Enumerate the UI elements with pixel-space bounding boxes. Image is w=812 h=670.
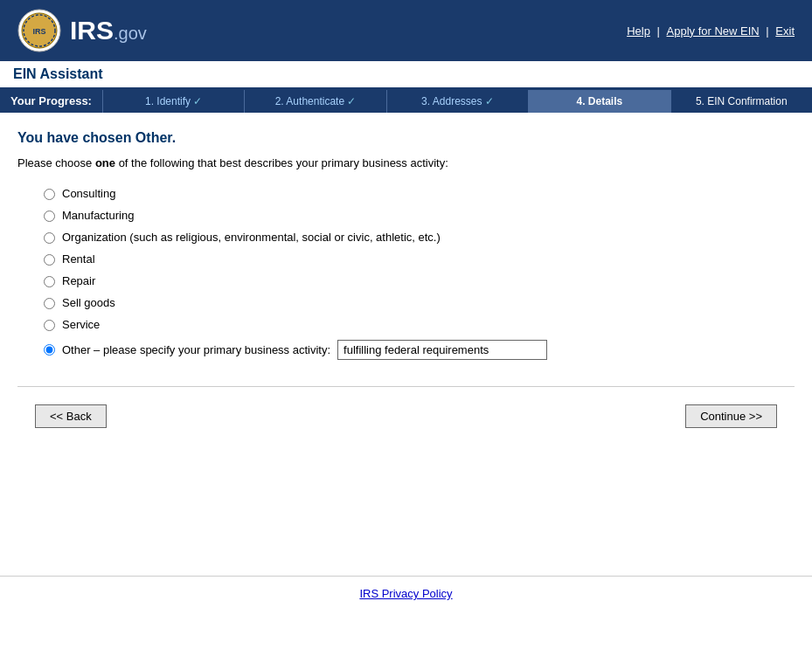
progress-step-details[interactable]: 4. Details bbox=[528, 90, 670, 113]
radio-service[interactable] bbox=[44, 320, 55, 331]
radio-group: Consulting Manufacturing Organization (s… bbox=[44, 187, 795, 360]
progress-step-addresses[interactable]: 3. Addresses ✓ bbox=[386, 90, 528, 113]
separator-1: | bbox=[657, 24, 663, 38]
radio-item-rental: Rental bbox=[44, 252, 795, 266]
label-service[interactable]: Service bbox=[62, 318, 100, 331]
continue-button[interactable]: Continue >> bbox=[685, 404, 777, 428]
radio-sell-goods[interactable] bbox=[44, 298, 55, 309]
radio-organization[interactable] bbox=[44, 232, 55, 244]
instruction-bold: one bbox=[95, 156, 115, 169]
ein-assistant-bar: EIN Assistant bbox=[0, 61, 812, 89]
radio-manufacturing[interactable] bbox=[44, 211, 55, 222]
step-2-checkmark: ✓ bbox=[347, 95, 356, 107]
progress-bar: Your Progress: 1. Identify ✓ 2. Authenti… bbox=[0, 89, 812, 113]
step-5-label: 5. EIN Confirmation bbox=[696, 95, 788, 107]
step-1-checkmark: ✓ bbox=[193, 95, 202, 107]
logo-gov-text: .gov bbox=[114, 24, 147, 43]
label-repair[interactable]: Repair bbox=[62, 274, 95, 287]
page-heading: You have chosen Other. bbox=[17, 130, 795, 146]
back-button[interactable]: << Back bbox=[35, 404, 107, 428]
logo-area: IRS IRS.gov bbox=[17, 9, 147, 52]
label-other[interactable]: Other – please specify your primary busi… bbox=[62, 343, 330, 356]
ein-assistant-title: EIN Assistant bbox=[13, 66, 103, 81]
radio-item-service: Service bbox=[44, 318, 795, 331]
label-manufacturing[interactable]: Manufacturing bbox=[62, 209, 134, 222]
radio-item-manufacturing: Manufacturing bbox=[44, 209, 795, 222]
help-link[interactable]: Help bbox=[627, 24, 650, 38]
label-rental[interactable]: Rental bbox=[62, 252, 95, 266]
radio-item-repair: Repair bbox=[44, 274, 795, 287]
step-1-label: 1. Identify ✓ bbox=[145, 95, 202, 107]
step-2-label: 2. Authenticate ✓ bbox=[275, 95, 357, 107]
progress-label: Your Progress: bbox=[0, 89, 102, 113]
logo-irs-text: IRS.gov bbox=[70, 16, 147, 45]
other-specify-input[interactable] bbox=[337, 340, 547, 360]
radio-rental[interactable] bbox=[44, 254, 55, 266]
header-nav-links: Help | Apply for New EIN | Exit bbox=[627, 24, 795, 38]
progress-step-identify[interactable]: 1. Identify ✓ bbox=[102, 90, 244, 113]
instruction-text: Please choose one of the following that … bbox=[17, 156, 795, 169]
exit-link[interactable]: Exit bbox=[775, 24, 795, 38]
radio-consulting[interactable] bbox=[44, 189, 55, 200]
apply-ein-link[interactable]: Apply for New EIN bbox=[667, 24, 760, 38]
main-content: You have chosen Other. Please choose one… bbox=[0, 113, 812, 567]
radio-repair[interactable] bbox=[44, 276, 55, 287]
label-consulting[interactable]: Consulting bbox=[62, 187, 115, 200]
progress-steps: 1. Identify ✓ 2. Authenticate ✓ 3. Addre… bbox=[102, 90, 812, 113]
separator-2: | bbox=[766, 24, 772, 38]
irs-seal-icon: IRS bbox=[17, 9, 61, 52]
step-3-checkmark: ✓ bbox=[485, 95, 494, 107]
label-sell-goods[interactable]: Sell goods bbox=[62, 296, 115, 309]
button-area: << Back Continue >> bbox=[17, 386, 795, 446]
radio-item-sell-goods: Sell goods bbox=[44, 296, 795, 309]
privacy-policy-link[interactable]: IRS Privacy Policy bbox=[359, 587, 452, 600]
radio-item-consulting: Consulting bbox=[44, 187, 795, 200]
svg-text:IRS: IRS bbox=[32, 27, 45, 36]
step-3-label: 3. Addresses ✓ bbox=[421, 95, 494, 107]
site-header: IRS IRS.gov Help | Apply for New EIN | E… bbox=[0, 0, 812, 61]
radio-item-organization: Organization (such as religious, environ… bbox=[44, 231, 795, 244]
radio-other[interactable] bbox=[44, 344, 55, 356]
step-4-label: 4. Details bbox=[577, 95, 623, 107]
radio-item-other: Other – please specify your primary busi… bbox=[44, 340, 795, 360]
label-organization[interactable]: Organization (such as religious, environ… bbox=[62, 231, 441, 244]
progress-step-confirmation[interactable]: 5. EIN Confirmation bbox=[670, 90, 812, 113]
page-footer: IRS Privacy Policy bbox=[0, 576, 812, 611]
progress-step-authenticate[interactable]: 2. Authenticate ✓ bbox=[244, 90, 385, 113]
